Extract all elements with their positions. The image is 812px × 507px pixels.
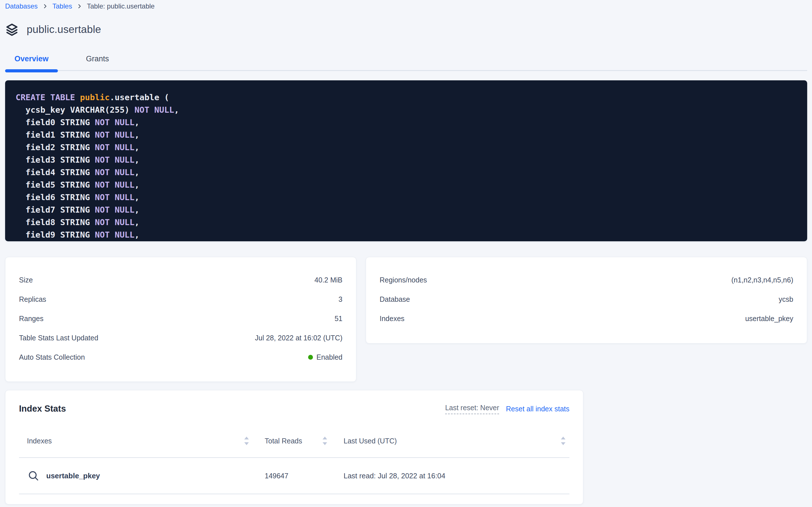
- index-name-link[interactable]: usertable_pkey: [46, 471, 100, 480]
- breadcrumb-link-databases[interactable]: Databases: [5, 2, 38, 11]
- sql-line: field4 STRING NOT NULL,: [16, 166, 799, 179]
- column-header-label: Indexes: [27, 437, 52, 445]
- detail-label: Replicas: [19, 295, 46, 303]
- reset-all-index-stats-link[interactable]: Reset all index stats: [506, 405, 569, 413]
- sql-line: field7 STRING NOT NULL,: [16, 204, 799, 216]
- index-stats-card: Index Stats Last reset: Never Reset all …: [5, 390, 583, 504]
- status-enabled-dot-icon: [308, 355, 313, 360]
- index-stats-header: Index Stats Last reset: Never Reset all …: [19, 402, 569, 415]
- search-icon: [27, 470, 40, 482]
- breadcrumb-link-tables[interactable]: Tables: [53, 2, 72, 11]
- detail-label: Auto Stats Collection: [19, 353, 85, 361]
- detail-value: Jul 28, 2022 at 16:02 (UTC): [255, 334, 343, 342]
- tabbar-divider: [5, 70, 807, 71]
- tab-bar: Overview Grants: [0, 50, 812, 74]
- detail-value: 51: [334, 315, 342, 323]
- table-details-card: Size 40.2 MiB Replicas 3 Ranges 51 Table…: [5, 257, 356, 382]
- detail-row-ranges: Ranges 51: [19, 309, 342, 328]
- total-reads-value: 149647: [254, 472, 333, 480]
- detail-label: Size: [19, 276, 33, 284]
- detail-value: 40.2 MiB: [314, 276, 342, 284]
- sql-line: ycsb_key VARCHAR(255) NOT NULL,: [16, 104, 799, 116]
- sql-line: field1 STRING NOT NULL,: [16, 129, 799, 141]
- detail-label: Regions/nodes: [380, 276, 427, 284]
- status-enabled-label: Enabled: [316, 353, 342, 361]
- detail-label: Indexes: [380, 315, 404, 323]
- detail-value: (n1,n2,n3,n4,n5,n6): [732, 276, 793, 284]
- table-divider: [19, 494, 569, 494]
- detail-row-regions: Regions/nodes (n1,n2,n3,n4,n5,n6): [380, 270, 793, 290]
- detail-label: Database: [380, 295, 410, 303]
- sql-line: field9 STRING NOT NULL,: [16, 229, 799, 241]
- tab-overview-label: Overview: [14, 55, 49, 63]
- sort-icon: [560, 436, 567, 446]
- sql-line: field5 STRING NOT NULL,: [16, 179, 799, 191]
- sort-icon: [243, 436, 250, 446]
- sql-line: field3 STRING NOT NULL,: [16, 154, 799, 166]
- index-stats-table-header: Indexes Total Reads Last Used (UTC): [19, 433, 569, 449]
- column-header-indexes[interactable]: Indexes: [19, 436, 254, 446]
- sql-line: CREATE TABLE public.usertable (: [16, 91, 799, 104]
- page-title: public.usertable: [27, 23, 101, 36]
- page-header: public.usertable: [5, 23, 101, 36]
- detail-row-size: Size 40.2 MiB: [19, 270, 342, 290]
- chevron-right-icon: [42, 3, 48, 9]
- detail-row-database: Database ycsb: [380, 290, 793, 309]
- index-stats-table: Indexes Total Reads Last Used (UTC): [19, 433, 569, 494]
- detail-value: 3: [338, 295, 342, 303]
- detail-label: Ranges: [19, 315, 44, 323]
- sql-line: field2 STRING NOT NULL,: [16, 141, 799, 154]
- index-stats-row: usertable_pkey 149647 Last read: Jul 28,…: [19, 458, 569, 494]
- detail-row-replicas: Replicas 3: [19, 290, 342, 309]
- tab-overview[interactable]: Overview: [5, 50, 58, 67]
- tab-grants[interactable]: Grants: [77, 50, 118, 67]
- column-header-label: Last Used (UTC): [343, 437, 397, 445]
- column-header-label: Total Reads: [265, 437, 302, 445]
- detail-value: ycsb: [779, 295, 793, 303]
- breadcrumb: Databases Tables Table: public.usertable: [5, 2, 154, 11]
- detail-row-auto-stats: Auto Stats Collection Enabled: [19, 347, 342, 367]
- chevron-right-icon: [77, 3, 82, 9]
- sql-line: field6 STRING NOT NULL,: [16, 191, 799, 204]
- layers-icon: [5, 23, 19, 36]
- detail-row-stats-updated: Table Stats Last Updated Jul 28, 2022 at…: [19, 328, 342, 347]
- detail-value: usertable_pkey: [745, 315, 793, 323]
- sort-icon: [321, 436, 328, 446]
- detail-value: Enabled: [308, 353, 342, 361]
- table-meta-card: Regions/nodes (n1,n2,n3,n4,n5,n6) Databa…: [366, 257, 807, 343]
- detail-label: Table Stats Last Updated: [19, 334, 98, 342]
- detail-row-indexes: Indexes usertable_pkey: [380, 309, 793, 328]
- column-header-last-used[interactable]: Last Used (UTC): [333, 436, 569, 446]
- create-table-statement[interactable]: CREATE TABLE public.usertable ( ycsb_key…: [5, 80, 807, 241]
- sql-line: field8 STRING NOT NULL,: [16, 216, 799, 229]
- column-header-total-reads[interactable]: Total Reads: [254, 436, 333, 446]
- last-used-value: Last read: Jul 28, 2022 at 16:04: [333, 472, 569, 480]
- index-stats-title: Index Stats: [19, 404, 66, 414]
- tab-grants-label: Grants: [86, 55, 109, 63]
- breadcrumb-current: Table: public.usertable: [87, 2, 154, 11]
- sql-line: field0 STRING NOT NULL,: [16, 116, 799, 129]
- last-reset-label[interactable]: Last reset: Never: [445, 404, 499, 414]
